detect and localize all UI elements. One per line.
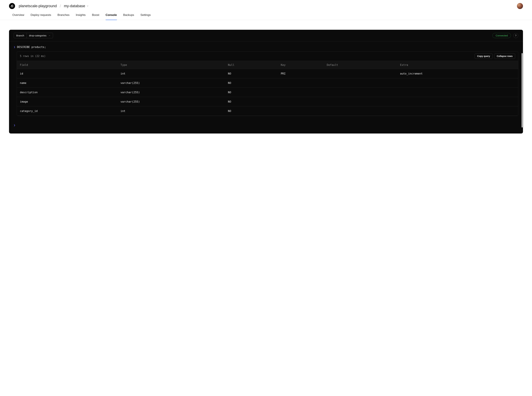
table-cell: image	[17, 97, 118, 106]
branch-label: Branch	[14, 33, 27, 38]
table-cell	[278, 88, 324, 97]
prompt-caret-icon: ❯	[14, 46, 15, 49]
database-name: my-database	[64, 4, 85, 8]
query-text: DESCRIBE products;	[17, 46, 46, 49]
table-cell: id	[17, 69, 118, 78]
table-cell: category_id	[17, 106, 118, 116]
table-cell	[397, 106, 518, 116]
console-wrap: Branch drop-categories Connected ? ❯ DES…	[0, 20, 532, 140]
table-cell	[324, 78, 397, 88]
nav-tabs: OverviewDeploy requestsBranchesInsightsB…	[0, 9, 532, 20]
copy-query-button[interactable]: Copy query	[475, 53, 492, 59]
tab-console[interactable]: Console	[106, 13, 117, 20]
table-cell: varchar(255)	[118, 88, 225, 97]
table-cell: PRI	[278, 69, 324, 78]
query-prompt: ❯ DESCRIBE products;	[14, 46, 518, 49]
table-cell	[324, 88, 397, 97]
database-selector[interactable]: my-database	[64, 4, 89, 8]
table-cell: NO	[225, 106, 278, 116]
prompt-caret-icon: ❯	[14, 124, 15, 127]
tab-insights[interactable]: Insights	[76, 13, 86, 20]
column-header: Default	[324, 61, 397, 69]
table-row: imagevarchar(255)NO	[17, 97, 518, 106]
tab-branches[interactable]: Branches	[58, 13, 70, 20]
console-panel: Branch drop-categories Connected ? ❯ DES…	[9, 30, 523, 134]
table-cell	[278, 97, 324, 106]
tab-boost[interactable]: Boost	[92, 13, 99, 20]
connection-status: Connected	[492, 33, 511, 38]
console-body: ❯ DESCRIBE products; 5 rows in (22 ms) C…	[9, 41, 523, 134]
console-toolbar: Branch drop-categories Connected ?	[9, 30, 523, 41]
branch-picker: Branch drop-categories	[14, 33, 53, 38]
chevron-down-icon	[86, 5, 89, 7]
org-name[interactable]: planetscale-playground	[19, 4, 57, 8]
query-result: 5 rows in (22 ms) Copy query Collapse ro…	[17, 51, 518, 116]
table-cell	[278, 106, 324, 116]
table-cell: name	[17, 78, 118, 88]
tab-overview[interactable]: Overview	[12, 13, 24, 20]
table-cell	[324, 69, 397, 78]
table-cell: NO	[225, 69, 278, 78]
tab-deploy-requests[interactable]: Deploy requests	[31, 13, 51, 20]
table-cell: description	[17, 88, 118, 97]
collapse-rows-button[interactable]: Collapse rows	[494, 53, 515, 59]
table-cell: int	[118, 106, 225, 116]
table-cell: varchar(255)	[118, 78, 225, 88]
table-cell: auto_increment	[397, 69, 518, 78]
result-summary: 5 rows in (22 ms)	[20, 55, 46, 58]
table-cell	[324, 97, 397, 106]
avatar[interactable]	[517, 3, 523, 9]
column-header: Null	[225, 61, 278, 69]
table-row: category_idintNO	[17, 106, 518, 116]
table-cell: NO	[225, 78, 278, 88]
table-cell	[397, 88, 518, 97]
table-cell	[324, 106, 397, 116]
table-cell: int	[118, 69, 225, 78]
tab-settings[interactable]: Settings	[141, 13, 151, 20]
table-row: idintNOPRIauto_increment	[17, 69, 518, 78]
top-header: planetscale-playground / my-database	[0, 0, 532, 9]
table-cell: varchar(255)	[118, 97, 225, 106]
result-header: 5 rows in (22 ms) Copy query Collapse ro…	[17, 52, 518, 61]
result-table: FieldTypeNullKeyDefaultExtra idintNOPRIa…	[17, 61, 518, 116]
table-cell	[397, 97, 518, 106]
branch-value: drop-categories	[29, 34, 47, 37]
planetscale-icon	[10, 4, 14, 8]
table-cell: NO	[225, 88, 278, 97]
help-button[interactable]: ?	[513, 33, 518, 38]
column-header: Key	[278, 61, 324, 69]
column-header: Field	[17, 61, 118, 69]
table-cell	[397, 78, 518, 88]
tab-backups[interactable]: Backups	[123, 13, 134, 20]
help-icon: ?	[515, 34, 516, 37]
branch-select[interactable]: drop-categories	[27, 33, 53, 38]
table-cell: NO	[225, 97, 278, 106]
table-row: namevarchar(255)NO	[17, 78, 518, 88]
breadcrumb-separator: /	[60, 4, 61, 8]
table-cell	[278, 78, 324, 88]
logo[interactable]	[9, 3, 15, 9]
scrollbar[interactable]	[522, 53, 523, 128]
query-input-prompt[interactable]: ❯	[14, 124, 518, 127]
chevron-down-icon	[48, 35, 51, 37]
breadcrumb: planetscale-playground / my-database	[19, 4, 89, 8]
table-row: descriptionvarchar(255)NO	[17, 88, 518, 97]
column-header: Extra	[397, 61, 518, 69]
column-header: Type	[118, 61, 225, 69]
